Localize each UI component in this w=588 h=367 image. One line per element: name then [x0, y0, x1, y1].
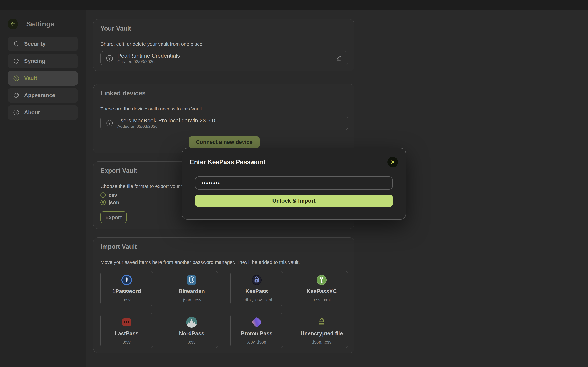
sidebar-item-label: Appearance [24, 92, 55, 99]
key-icon [106, 119, 114, 127]
sidebar-header: Settings [8, 19, 78, 29]
key-icon [13, 75, 20, 82]
lastpass-icon [121, 317, 132, 328]
export-button[interactable]: Export [100, 211, 127, 223]
device-added-date: Added on 02/03/2026 [117, 124, 215, 129]
divider [100, 37, 348, 37]
close-icon: ✕ [391, 159, 395, 165]
linked-devices-section: Linked devices These are the devices wit… [93, 84, 354, 153]
provider-name: KeePass [245, 288, 268, 294]
provider-formats: .csv [123, 340, 131, 345]
section-title: Linked devices [100, 90, 348, 97]
settings-sidebar: Settings Security Syncing Vault Appearan… [0, 10, 86, 367]
sidebar-item-syncing[interactable]: Syncing [8, 54, 78, 68]
back-button[interactable] [8, 19, 18, 29]
device-name: users-MacBook-Pro.local darwin 23.6.0 [117, 117, 215, 124]
key-icon [106, 54, 114, 62]
import-provider-keepassxc[interactable]: KeePassXC .csv, .xml [295, 271, 348, 306]
provider-formats: .json, .csv [182, 297, 201, 302]
import-provider-nordpass[interactable]: NordPass .csv [165, 313, 218, 349]
settings-nav: Security Syncing Vault Appearance About [8, 37, 78, 120]
import-provider-unencrypted-file[interactable]: Unencrypted file .json, .csv [295, 313, 348, 349]
import-provider-1password[interactable]: 1Password .csv [100, 271, 153, 306]
dialog-header: Enter KeePass Password ✕ [190, 157, 398, 167]
provider-name: NordPass [179, 330, 204, 337]
provider-formats: .csv, .json [247, 340, 266, 345]
vault-item-text: PearRuntime Credentials Created 02/03/20… [117, 52, 180, 64]
protonpass-icon [251, 317, 262, 328]
provider-name: Unencrypted file [301, 330, 343, 337]
unencrypted-file-icon [316, 317, 327, 328]
provider-name: Proton Pass [241, 330, 272, 337]
section-title: Import Vault [100, 243, 348, 250]
import-provider-lastpass[interactable]: LastPass .csv [100, 313, 153, 349]
edit-vault-button[interactable] [335, 54, 343, 63]
sidebar-item-vault[interactable]: Vault [8, 71, 78, 86]
import-provider-keepass[interactable]: KeePass .kdbx, .csv, .xml [230, 271, 283, 306]
radio-option-csv[interactable]: csv [100, 192, 139, 198]
palette-icon [13, 92, 20, 99]
import-provider-bitwarden[interactable]: Bitwarden .json, .csv [165, 271, 218, 306]
connect-button-row: Connect a new device [100, 130, 348, 148]
provider-name: Bitwarden [179, 288, 205, 294]
provider-name: 1Password [112, 288, 141, 294]
provider-name: KeePassXC [307, 288, 337, 294]
info-icon [13, 109, 20, 116]
radio-option-json[interactable]: json [100, 200, 139, 205]
nordpass-icon [186, 317, 197, 328]
import-provider-grid: 1Password .csv Bitwarden .json, .csv Kee… [100, 271, 348, 349]
radio-label: csv [108, 192, 117, 198]
arrow-left-icon [10, 21, 16, 27]
dialog-title: Enter KeePass Password [190, 158, 265, 166]
sidebar-item-label: Vault [24, 75, 37, 81]
provider-formats: .csv [188, 340, 196, 345]
device-item[interactable]: users-MacBook-Pro.local darwin 23.6.0 Ad… [100, 116, 348, 130]
divider [100, 255, 348, 255]
keepass-password-input[interactable]: •••••••• [195, 176, 393, 190]
provider-formats: .json, .csv [312, 340, 331, 345]
radio-unchecked-icon [100, 192, 106, 198]
import-provider-protonpass[interactable]: Proton Pass .csv, .json [230, 313, 283, 349]
shield-icon [13, 41, 20, 47]
radio-label: json [108, 200, 119, 205]
close-button[interactable]: ✕ [387, 157, 398, 167]
section-description: Move your saved items here from another … [100, 259, 348, 265]
your-vault-section: Your Vault Share, edit, or delete your v… [93, 19, 354, 71]
window-titlebar [0, 0, 588, 10]
provider-formats: .csv, .xml [313, 297, 331, 302]
text-caret [221, 180, 221, 187]
edit-pencil-icon [335, 60, 343, 63]
password-masked-value: •••••••• [201, 180, 220, 186]
divider [100, 101, 348, 102]
unlock-import-button[interactable]: Unlock & Import [195, 194, 393, 207]
page-title: Settings [26, 20, 55, 28]
keepassxc-icon [316, 275, 327, 285]
provider-formats: .kdbx, .csv, .xml [241, 297, 272, 302]
1password-icon [121, 275, 132, 285]
section-description: These are the devices with access to thi… [100, 106, 348, 112]
provider-formats: .csv [123, 297, 131, 302]
section-description: Share, edit, or delete your vault from o… [100, 41, 348, 47]
section-title: Your Vault [100, 25, 348, 32]
sync-icon [13, 58, 20, 64]
radio-checked-icon [100, 200, 106, 205]
sidebar-item-appearance[interactable]: Appearance [8, 88, 78, 103]
sidebar-item-label: About [24, 109, 40, 116]
provider-name: LastPass [115, 330, 139, 337]
connect-new-device-button[interactable]: Connect a new device [189, 136, 260, 148]
sidebar-item-label: Security [24, 41, 46, 47]
vault-name: PearRuntime Credentials [117, 52, 180, 59]
sidebar-item-about[interactable]: About [8, 105, 78, 120]
device-item-text: users-MacBook-Pro.local darwin 23.6.0 Ad… [117, 117, 215, 129]
bitwarden-icon [186, 275, 197, 285]
sidebar-item-security[interactable]: Security [8, 37, 78, 51]
keepass-password-dialog: Enter KeePass Password ✕ •••••••• Unlock… [182, 148, 406, 220]
keepass-icon [251, 275, 262, 285]
sidebar-item-label: Syncing [24, 58, 45, 64]
vault-item[interactable]: PearRuntime Credentials Created 02/03/20… [100, 51, 348, 65]
import-vault-section: Import Vault Move your saved items here … [93, 237, 354, 353]
vault-created-date: Created 02/03/2026 [117, 59, 180, 64]
